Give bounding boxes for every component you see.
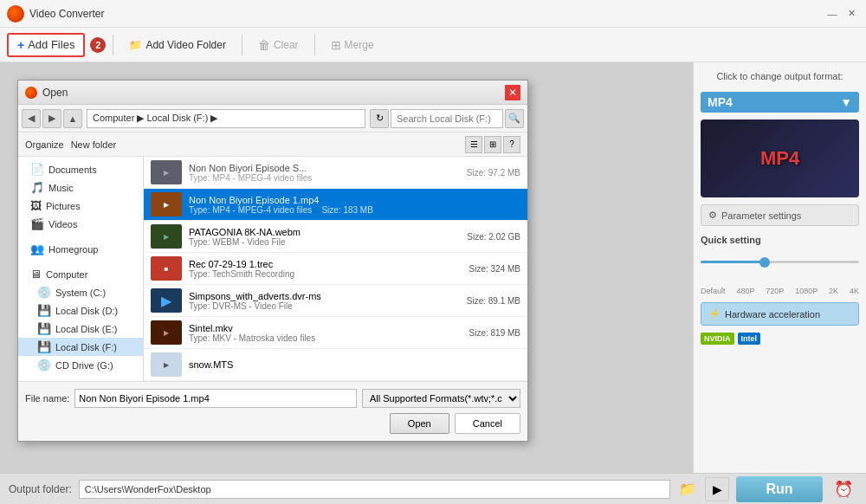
- forward-button[interactable]: ▶: [42, 109, 61, 128]
- file-thumbnail: ▶: [151, 320, 182, 345]
- computer-icon: 🖥: [30, 268, 42, 281]
- list-item[interactable]: ▶ Simpsons_with_adverts.dvr-ms Type: DVR…: [144, 285, 527, 317]
- toolbar-separator-3: [314, 35, 315, 55]
- main-area: Open ✕ ◀ ▶ ▲ Computer ▶ Local Disk (F:) …: [0, 62, 866, 473]
- add-folder-button[interactable]: 📁 Add Video Folder: [120, 36, 235, 55]
- list-item[interactable]: ▶ PATAGONIA 8K-NA.webm Type: WEBM - Vide…: [144, 221, 527, 253]
- file-info: Sintel.mkv Type: MKV - Matroska video fi…: [189, 323, 462, 343]
- output-path-input[interactable]: [79, 480, 670, 499]
- quality-slider[interactable]: [701, 252, 859, 278]
- clear-label: Clear: [274, 39, 299, 51]
- up-button[interactable]: ▲: [63, 109, 82, 128]
- title-bar: Video Converter — ✕: [0, 0, 866, 28]
- sidebar-item-drive-g[interactable]: 💿 CD Drive (G:): [18, 356, 143, 374]
- quality-labels: Default 480P 720P 1080P 2K 4K: [701, 287, 859, 295]
- sidebar-item-videos[interactable]: 🎬 Videos: [18, 215, 143, 233]
- cancel-button[interactable]: Cancel: [455, 413, 520, 434]
- close-button[interactable]: ✕: [843, 6, 859, 22]
- parameter-settings-button[interactable]: ⚙ Parameter settings: [701, 204, 859, 226]
- hardware-acceleration-button[interactable]: ⚡ Hardware acceleration: [701, 302, 859, 326]
- list-item[interactable]: ■ Rec 07-29-19 1.trec Type: TechSmith Re…: [144, 253, 527, 285]
- drive-g-icon: 💿: [37, 359, 51, 372]
- hw-accel-label: Hardware acceleration: [725, 309, 820, 320]
- dialog-toolbar: Organize New folder ☰ ⊞ ?: [18, 132, 527, 157]
- file-name: Simpsons_with_adverts.dvr-ms: [189, 291, 460, 301]
- sidebar-item-drive-f[interactable]: 💾 Local Disk (F:): [18, 338, 143, 356]
- content-area: Open ✕ ◀ ▶ ▲ Computer ▶ Local Disk (F:) …: [0, 62, 693, 473]
- view-buttons: ☰ ⊞ ?: [465, 136, 520, 153]
- computer-section: [18, 258, 143, 265]
- search-input[interactable]: [391, 109, 503, 128]
- dialog-nav-bar: ◀ ▶ ▲ Computer ▶ Local Disk (F:) ▶ ↻ 🔍: [18, 105, 527, 132]
- browse-folder-button[interactable]: 📁: [677, 479, 698, 500]
- quick-setting-label: Quick setting: [701, 235, 859, 245]
- merge-button[interactable]: ⊞ Merge: [322, 35, 383, 55]
- dialog-app-icon: [25, 87, 37, 99]
- list-item[interactable]: ▶ Non Non Biyori Episode S... Type: MP4 …: [144, 157, 527, 189]
- title-bar-left: Video Converter: [7, 5, 105, 23]
- sidebar-item-computer[interactable]: 🖥 Computer: [18, 265, 143, 283]
- clear-button[interactable]: 🗑 Clear: [249, 35, 307, 55]
- param-settings-label: Parameter settings: [721, 210, 801, 221]
- sidebar-item-drive-c[interactable]: 💿 System (C:): [18, 283, 143, 301]
- dialog-sidebar: 📄 Documents 🎵 Music 🖼 Pictures 🎬: [18, 157, 144, 381]
- open-button[interactable]: Open: [390, 413, 449, 434]
- filename-row: File name: All Supported Formats(*.wtv;*…: [25, 389, 520, 408]
- file-thumbnail: ▶: [151, 192, 182, 216]
- list-item[interactable]: ▶ Sintel.mkv Type: MKV - Matroska video …: [144, 317, 527, 349]
- sidebar-item-drive-e[interactable]: 💾 Local Disk (E:): [18, 320, 143, 338]
- file-type-select[interactable]: All Supported Formats(*.wtv;*.c: [362, 389, 520, 408]
- file-name: Rec 07-29-19 1.trec: [189, 259, 462, 269]
- file-name: Non Non Biyori Episode 1.mp4: [189, 195, 520, 205]
- alarm-button[interactable]: ⏰: [830, 475, 857, 503]
- file-thumbnail: ▶: [151, 160, 182, 184]
- files-list: ▶ Non Non Biyori Episode S... Type: MP4 …: [144, 157, 527, 381]
- dialog-close-button[interactable]: ✕: [505, 85, 520, 100]
- add-files-button[interactable]: + Add Files: [7, 33, 85, 57]
- list-item[interactable]: ▶ snow.MTS: [144, 349, 527, 381]
- search-button[interactable]: 🔍: [505, 109, 524, 128]
- file-thumbnail: ▶: [151, 224, 182, 249]
- sidebar-item-homegroup[interactable]: 👥 Homegroup: [18, 240, 143, 258]
- file-name: Sintel.mkv: [189, 323, 462, 333]
- back-button[interactable]: ◀: [22, 109, 41, 128]
- file-thumbnail: ▶: [151, 352, 182, 377]
- merge-icon: ⊞: [331, 38, 341, 52]
- hw-icon: ⚡: [708, 308, 721, 320]
- list-item[interactable]: ▶ Non Non Biyori Episode 1.mp4 Type: MP4…: [144, 189, 527, 221]
- app-icon: [7, 5, 24, 23]
- minimize-button[interactable]: —: [824, 6, 840, 22]
- open-dialog: Open ✕ ◀ ▶ ▲ Computer ▶ Local Disk (F:) …: [17, 80, 528, 442]
- merge-label: Merge: [345, 39, 374, 51]
- organize-button[interactable]: Organize: [25, 139, 64, 150]
- preview-button[interactable]: ▶: [705, 477, 729, 501]
- app-title: Video Converter: [29, 8, 105, 20]
- file-thumbnail: ■: [151, 256, 182, 281]
- file-info: PATAGONIA 8K-NA.webm Type: WEBM - Video …: [189, 227, 460, 247]
- view-help-button[interactable]: ?: [503, 136, 520, 153]
- file-meta: Type: MKV - Matroska video files: [189, 333, 462, 343]
- view-list-button[interactable]: ☰: [465, 136, 482, 153]
- documents-icon: 📄: [30, 163, 44, 176]
- dialog-overlay: Open ✕ ◀ ▶ ▲ Computer ▶ Local Disk (F:) …: [0, 62, 693, 473]
- file-meta: Type: TechSmith Recording: [189, 269, 462, 279]
- sidebar-item-pictures[interactable]: 🖼 Pictures: [18, 197, 143, 215]
- sidebar-item-drive-d[interactable]: 💾 Local Disk (D:): [18, 301, 143, 320]
- refresh-button[interactable]: ↻: [370, 109, 389, 128]
- run-button[interactable]: Run: [736, 476, 823, 502]
- sidebar-item-music[interactable]: 🎵 Music: [18, 178, 143, 197]
- format-selector-button[interactable]: MP4 ▼: [701, 92, 859, 113]
- quality-2k: 2K: [829, 287, 838, 295]
- file-meta: Type: MP4 - MPEG-4 video files Size: 183…: [189, 205, 520, 215]
- view-grid-button[interactable]: ⊞: [484, 136, 501, 153]
- output-format-hint: Click to change output format:: [701, 71, 859, 81]
- drive-c-icon: 💿: [37, 286, 51, 299]
- output-folder-label: Output folder:: [9, 483, 72, 495]
- filename-input[interactable]: [74, 389, 357, 408]
- new-folder-button[interactable]: New folder: [71, 139, 117, 150]
- quality-thumb[interactable]: [759, 257, 770, 268]
- file-size: Size: 89.1 MB: [467, 296, 520, 306]
- file-size: Size: 324 MB: [469, 264, 520, 274]
- intel-badge: Intel: [738, 333, 761, 345]
- sidebar-item-documents[interactable]: 📄 Documents: [18, 160, 143, 178]
